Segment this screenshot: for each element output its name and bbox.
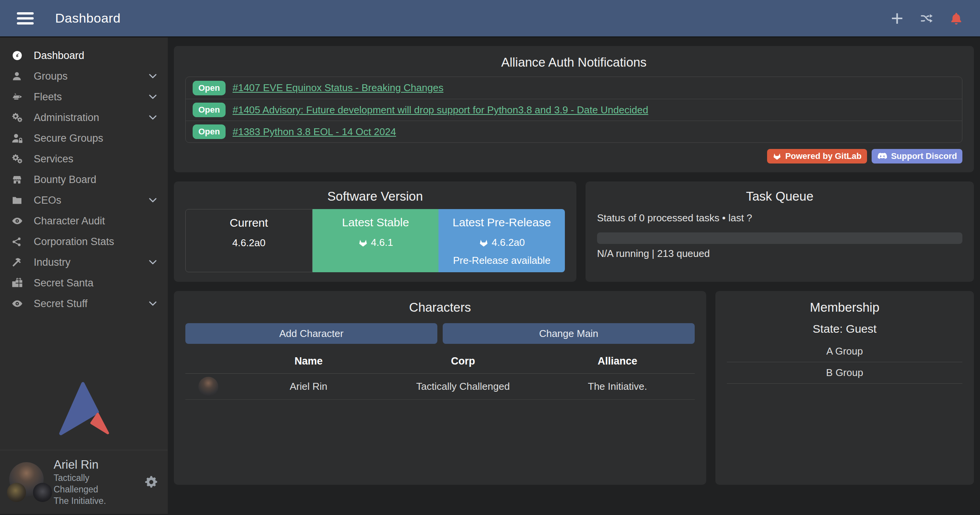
list-item: B Group xyxy=(727,362,962,384)
gitlab-icon xyxy=(772,152,782,161)
column-header-name: Name xyxy=(231,355,386,367)
add-character-button[interactable]: Add Character xyxy=(185,323,437,344)
notifications-panel: Alliance Auth Notifications Open #1407 E… xyxy=(174,46,974,172)
user-avatar xyxy=(9,462,46,502)
shuffle-icon[interactable] xyxy=(919,12,934,25)
gears-icon xyxy=(11,154,29,164)
powered-by-gitlab-badge[interactable]: Powered by GitLab xyxy=(767,149,867,163)
notifications-list: Open #1407 EVE Equinox Status - Breaking… xyxy=(185,77,962,143)
discord-icon xyxy=(877,152,888,161)
sidebar-item-dashboard[interactable]: Dashboard xyxy=(0,45,168,66)
chevron-down-icon xyxy=(148,257,158,267)
sidebar-item-corporation-stats[interactable]: Corporation Stats xyxy=(0,231,168,252)
page-title: Dashboard xyxy=(55,11,121,26)
top-navbar: Dashboard + xyxy=(0,0,980,38)
sidebar-item-label: Groups xyxy=(34,70,68,82)
software-version-title: Software Version xyxy=(185,189,565,204)
support-discord-badge[interactable]: Support Discord xyxy=(872,149,962,163)
sidebar-item-fleets[interactable]: Fleets xyxy=(0,87,168,107)
task-status-line: Status of 0 processed tasks • last ? xyxy=(597,212,962,224)
character-name: Ariel Rin xyxy=(231,381,386,392)
sidebar-item-character-audit[interactable]: Character Audit xyxy=(0,211,168,231)
notification-link[interactable]: #1383 Python 3.8 EOL - 14 Oct 2024 xyxy=(232,126,396,138)
task-queue-title: Task Queue xyxy=(597,189,962,204)
notification-link[interactable]: #1407 EVE Equinox Status - Breaking Chan… xyxy=(232,82,443,94)
version-number: 4.6.1 xyxy=(371,237,393,249)
notification-item: Open #1405 Advisory: Future development … xyxy=(186,99,962,121)
sidebar-item-label: Fleets xyxy=(34,91,62,103)
sidebar-item-bounty-board[interactable]: Bounty Board xyxy=(0,169,168,190)
character-corp: Tactically Challenged xyxy=(386,381,540,392)
software-version-panel: Software Version Current 4.6.2a0 Latest … xyxy=(174,181,576,282)
sidebar-item-label: Corporation Stats xyxy=(34,236,114,248)
notification-link[interactable]: #1405 Advisory: Future development will … xyxy=(232,104,648,116)
sidebar-item-administration[interactable]: Administration xyxy=(0,107,168,128)
sidebar-item-secret-santa[interactable]: Secret Santa xyxy=(0,273,168,293)
version-label: Current xyxy=(186,216,312,229)
sidebar-nav: Dashboard Groups Fleets Administration S… xyxy=(0,38,168,314)
badge-label: Support Discord xyxy=(891,151,957,161)
characters-table: Name Corp Alliance Ariel Rin Tactically … xyxy=(185,350,695,400)
task-queue-panel: Task Queue Status of 0 processed tasks •… xyxy=(586,181,974,282)
chevron-down-icon xyxy=(148,92,158,102)
sidebar-item-label: Administration xyxy=(34,112,99,124)
gitlab-icon xyxy=(479,238,489,248)
version-current: Current 4.6.2a0 xyxy=(185,209,312,272)
sidebar: Dashboard Groups Fleets Administration S… xyxy=(0,38,168,514)
menu-toggle-icon[interactable] xyxy=(17,12,34,25)
shuttle-icon xyxy=(11,91,29,103)
user-lock-icon xyxy=(11,132,29,144)
gitlab-icon xyxy=(358,238,368,248)
change-main-button[interactable]: Change Main xyxy=(443,323,695,344)
column-header-corp: Corp xyxy=(386,355,540,367)
notifications-bell-icon[interactable] xyxy=(949,11,963,25)
alliance-auth-logo xyxy=(53,379,115,437)
characters-title: Characters xyxy=(185,300,695,315)
sidebar-item-ceos[interactable]: CEOs xyxy=(0,190,168,211)
gauge-icon xyxy=(11,50,29,61)
hammer-icon xyxy=(11,257,29,268)
settings-gear-icon[interactable] xyxy=(144,475,159,489)
notification-item: Open #1383 Python 3.8 EOL - 14 Oct 2024 xyxy=(186,121,962,142)
character-avatar xyxy=(198,377,218,397)
user-panel: Ariel Rin Tactically Challenged The Init… xyxy=(0,450,168,514)
version-number: 4.6.2a0 xyxy=(492,237,525,249)
gears-icon xyxy=(11,112,29,123)
sidebar-item-label: Dashboard xyxy=(34,50,84,62)
table-row: Ariel Rin Tactically Challenged The Init… xyxy=(185,374,695,400)
user-name: Ariel Rin xyxy=(54,457,136,472)
status-badge: Open xyxy=(193,103,226,117)
folder-icon xyxy=(11,195,29,206)
column-header-alliance: Alliance xyxy=(540,355,695,367)
store-icon xyxy=(11,174,29,185)
sidebar-item-secret-stuff[interactable]: Secret Stuff xyxy=(0,293,168,314)
sidebar-item-industry[interactable]: Industry xyxy=(0,252,168,273)
sidebar-item-label: Industry xyxy=(34,257,70,268)
characters-panel: Characters Add Character Change Main Nam… xyxy=(174,291,706,485)
badge-label: Powered by GitLab xyxy=(785,151,861,161)
characters-table-header: Name Corp Alliance xyxy=(185,350,695,374)
sidebar-item-label: Secret Santa xyxy=(34,277,93,289)
version-columns: Current 4.6.2a0 Latest Stable 4.6.1 Late… xyxy=(185,209,565,272)
version-note: Pre-Release available xyxy=(438,255,565,266)
eye-icon xyxy=(11,298,29,309)
notifications-title: Alliance Auth Notifications xyxy=(185,55,962,70)
sidebar-item-groups[interactable]: Groups xyxy=(0,66,168,87)
chevron-down-icon xyxy=(148,299,158,309)
add-icon[interactable]: + xyxy=(891,11,903,26)
sidebar-item-secure-groups[interactable]: Secure Groups xyxy=(0,128,168,149)
task-progress-bar xyxy=(597,232,962,244)
task-summary: N/A running | 213 queued xyxy=(597,248,962,260)
user-corp: Tactically Challenged xyxy=(54,472,136,495)
version-latest-stable: Latest Stable 4.6.1 xyxy=(312,209,439,272)
version-label: Latest Pre-Release xyxy=(438,216,565,229)
gifts-icon xyxy=(11,277,29,289)
sidebar-item-label: Bounty Board xyxy=(34,174,97,186)
sidebar-item-label: Character Audit xyxy=(34,215,105,227)
sidebar-item-services[interactable]: Services xyxy=(0,149,168,169)
status-badge: Open xyxy=(193,124,226,139)
notification-item: Open #1407 EVE Equinox Status - Breaking… xyxy=(186,77,962,99)
footer-badges: Powered by GitLab Support Discord xyxy=(185,149,962,163)
version-latest-prerelease: Latest Pre-Release 4.6.2a0 Pre-Release a… xyxy=(438,209,565,272)
status-badge: Open xyxy=(193,81,226,95)
